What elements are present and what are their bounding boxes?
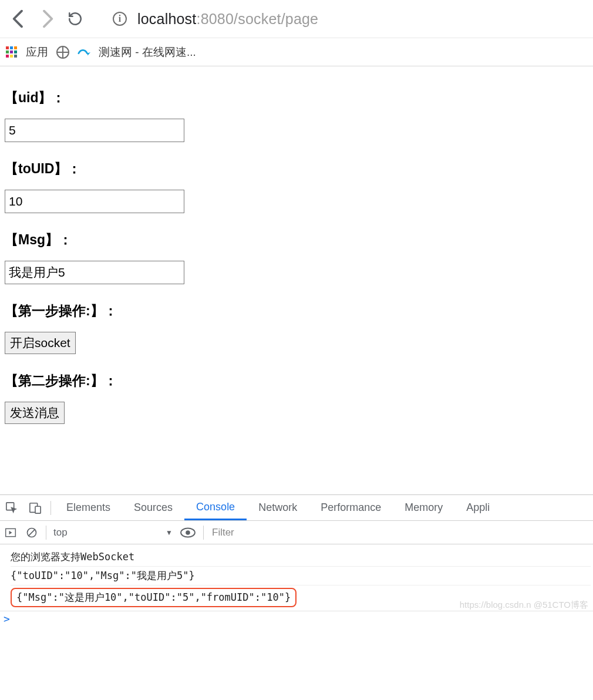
- separator: [203, 526, 204, 540]
- speedtest-label[interactable]: 测速网 - 在线网速...: [99, 45, 196, 60]
- svg-rect-3: [35, 506, 41, 513]
- address-bar[interactable]: localhost:8080/socket/page: [137, 11, 318, 28]
- console-line[interactable]: 您的浏览器支持WebSocket: [11, 548, 591, 567]
- tab-elements[interactable]: Elements: [55, 495, 122, 520]
- svg-point-9: [186, 530, 190, 535]
- tab-performance[interactable]: Performance: [309, 495, 393, 520]
- svg-marker-5: [9, 530, 12, 534]
- context-selector[interactable]: top ▼: [50, 524, 176, 541]
- speedtest-icon[interactable]: [78, 46, 90, 59]
- uid-input[interactable]: [5, 119, 184, 142]
- console-line[interactable]: {"toUID":"10","Msg":"我是用户5"}: [11, 567, 591, 585]
- url-path: :8080/socket/page: [196, 11, 318, 27]
- label-msg: 【Msg】：: [5, 231, 588, 249]
- forward-button[interactable]: [35, 7, 59, 31]
- clear-console-icon[interactable]: [21, 527, 42, 539]
- browser-toolbar: i localhost:8080/socket/page: [0, 0, 593, 38]
- reload-button[interactable]: [63, 7, 87, 31]
- live-expression-icon[interactable]: [176, 527, 200, 539]
- console-highlighted: {"Msg":"这是用户10","toUID":"5","fromUID":"1…: [11, 588, 296, 607]
- tab-sources[interactable]: Sources: [122, 495, 184, 520]
- label-touid: 【toUID】：: [5, 160, 588, 178]
- console-toolbar: top ▼ Filter: [0, 521, 593, 544]
- open-socket-button[interactable]: 开启socket: [5, 332, 76, 354]
- tab-memory[interactable]: Memory: [393, 495, 454, 520]
- tab-application[interactable]: Appli: [454, 495, 501, 520]
- send-message-button[interactable]: 发送消息: [5, 402, 65, 424]
- globe-icon[interactable]: [56, 46, 69, 59]
- separator: [50, 501, 51, 515]
- svg-line-7: [28, 529, 35, 536]
- console-prompt[interactable]: >: [0, 611, 593, 626]
- label-uid: 【uid】：: [5, 89, 588, 107]
- filter-placeholder: Filter: [212, 527, 234, 539]
- url-host: localhost: [137, 11, 196, 27]
- chevron-down-icon: ▼: [166, 529, 173, 537]
- bookmark-bar: 应用 测速网 - 在线网速...: [0, 38, 593, 66]
- site-info-icon[interactable]: i: [113, 12, 127, 26]
- back-button[interactable]: [7, 7, 31, 31]
- devtools-tabs: Elements Sources Console Network Perform…: [0, 495, 593, 521]
- msg-input[interactable]: [5, 261, 184, 284]
- tab-console[interactable]: Console: [184, 495, 247, 520]
- device-toggle-icon[interactable]: [23, 502, 47, 514]
- filter-input[interactable]: Filter: [212, 524, 593, 541]
- label-step1: 【第一步操作:】：: [5, 302, 588, 320]
- context-label: top: [53, 527, 68, 539]
- console-sidebar-toggle-icon[interactable]: [0, 527, 21, 539]
- inspect-icon[interactable]: [0, 502, 23, 514]
- console-output: 您的浏览器支持WebSocket {"toUID":"10","Msg":"我是…: [0, 544, 593, 611]
- apps-label[interactable]: 应用: [26, 45, 48, 60]
- devtools-panel: Elements Sources Console Network Perform…: [0, 494, 593, 626]
- touid-input[interactable]: [5, 190, 184, 213]
- console-line[interactable]: {"Msg":"这是用户10","toUID":"5","fromUID":"1…: [11, 585, 591, 610]
- label-step2: 【第二步操作:】：: [5, 372, 588, 390]
- tab-network[interactable]: Network: [247, 495, 309, 520]
- page-content: 【uid】： 【toUID】： 【Msg】： 【第一步操作:】： 开启socke…: [0, 66, 593, 424]
- separator: [46, 526, 46, 540]
- apps-icon[interactable]: [6, 46, 18, 58]
